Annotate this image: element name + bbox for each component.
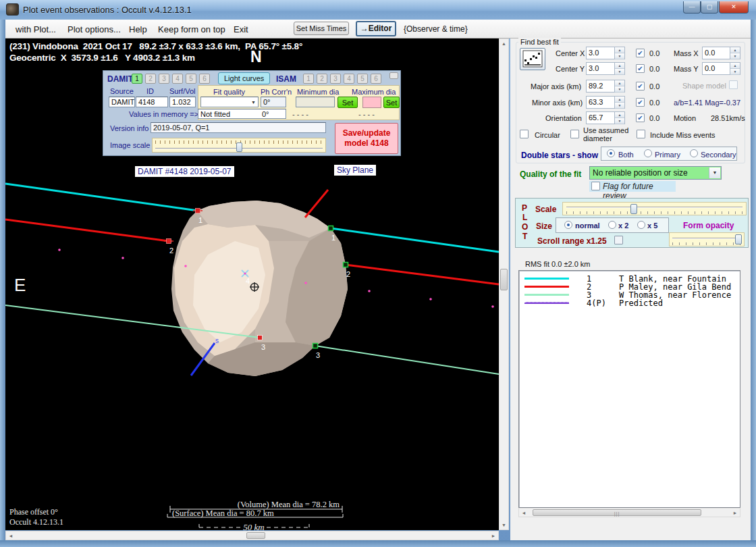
damit-tab-1[interactable]: 1 — [132, 74, 142, 84]
include-miss-checkbox[interactable] — [637, 130, 645, 138]
circular-checkbox[interactable] — [520, 130, 529, 138]
version-info-field[interactable]: 2019-05-07, Q=1 — [151, 122, 326, 133]
plot-vscroll-thumb[interactable] — [500, 269, 508, 290]
size-normal-radio[interactable] — [564, 221, 572, 229]
isam-tab-2[interactable]: 2 — [317, 74, 327, 84]
damit-tab-3[interactable]: 3 — [159, 74, 169, 84]
scale-slider-thumb[interactable] — [630, 204, 637, 214]
center-y-spinner[interactable]: ▲▼ — [614, 63, 624, 74]
plot-hscroll-thumb[interactable] — [246, 532, 265, 539]
title-bar[interactable]: Plot event observations : Occult v.4.12.… — [0, 0, 756, 20]
damit-tab-2[interactable]: 2 — [145, 74, 156, 84]
source-field[interactable]: DAMIT — [109, 97, 135, 107]
center-x-checkbox[interactable]: ✔ — [636, 49, 645, 57]
minor-axis-checkbox[interactable]: ✔ — [636, 98, 645, 107]
center-y-checkbox[interactable]: ✔ — [636, 64, 645, 73]
min-dia-set-button[interactable]: Set — [338, 97, 358, 108]
isam-tab-3[interactable]: 3 — [330, 74, 341, 84]
plot-horizontal-scrollbar[interactable]: ◄ ► — [5, 531, 499, 540]
chord3-entry-marker[interactable] — [258, 336, 263, 340]
menu-keep-on-top[interactable]: Keep form on top — [158, 24, 225, 34]
image-scale-thumb[interactable] — [236, 142, 242, 152]
minimize-button[interactable]: — — [683, 1, 701, 14]
max-dia-field[interactable] — [362, 97, 381, 108]
close-button[interactable]: ✕ — [719, 1, 749, 14]
plot-vertical-scrollbar[interactable]: ▲ ▼ — [499, 38, 509, 530]
major-axis-spinner[interactable]: ▲▼ — [614, 80, 624, 92]
observer-legend-list[interactable]: 1 T Blank, near Fountain 2 P Maley, near… — [518, 270, 740, 508]
set-miss-times-button[interactable]: Set Miss Times — [294, 22, 349, 35]
save-line2: model 4148 — [344, 138, 388, 148]
damit-tab-5[interactable]: 5 — [186, 74, 196, 84]
find-best-fit-button[interactable] — [520, 48, 545, 70]
surfvol-field[interactable]: 1.032 — [169, 97, 196, 107]
orientation-checkbox[interactable]: ✔ — [636, 113, 645, 122]
menu-with-plot[interactable]: with Plot... — [16, 24, 56, 34]
isam-tab-4[interactable]: 4 — [344, 74, 354, 84]
menu-help[interactable]: Help — [129, 24, 147, 34]
use-assumed-checkbox[interactable] — [570, 130, 579, 138]
scroll-right-icon[interactable]: ► — [490, 533, 497, 538]
scroll-left-icon[interactable]: ◄ — [7, 533, 14, 538]
form-opacity-slider[interactable] — [669, 232, 745, 246]
chord2-exit-marker[interactable] — [344, 263, 348, 267]
damit-tab-4[interactable]: 4 — [172, 74, 183, 84]
menu-exit[interactable]: Exit — [234, 24, 248, 34]
chord3-exit-marker[interactable] — [313, 344, 318, 348]
scroll-range-checkbox[interactable] — [614, 236, 623, 244]
size-x5-radio[interactable] — [637, 221, 645, 229]
chord1-exit-marker[interactable] — [329, 226, 333, 231]
max-dia-set-button[interactable]: Set — [383, 97, 400, 108]
isam-tab-1[interactable]: 1 — [303, 74, 314, 84]
isam-tab-5[interactable]: 5 — [357, 74, 368, 84]
quality-dropdown[interactable]: No reliable position or size ▼ — [589, 166, 722, 180]
dropdown-arrow-icon[interactable]: ▼ — [251, 100, 256, 105]
minor-axis-spinner[interactable]: ▲▼ — [614, 97, 624, 108]
image-scale-slider[interactable] — [152, 138, 326, 153]
chord2-entry-marker[interactable] — [164, 239, 173, 244]
center-x-field[interactable]: 3.0 ▲▼ — [586, 47, 625, 59]
orientation-field[interactable]: 65.7 ▲▼ — [586, 111, 625, 124]
major-axis-field[interactable]: 89.2 ▲▼ — [586, 80, 625, 93]
scroll-up-icon[interactable]: ▲ — [500, 41, 508, 46]
quality-dropdown-arrow-icon[interactable]: ▼ — [709, 167, 720, 178]
isam-tab-6[interactable]: 6 — [371, 74, 381, 84]
menu-plot-options[interactable]: Plot options... — [68, 24, 121, 34]
mass-x-spinner[interactable]: ▲▼ — [730, 47, 740, 59]
legend-scroll-right-icon[interactable]: ► — [732, 511, 738, 515]
min-dia-field[interactable] — [296, 97, 335, 107]
mass-y-spinner[interactable]: ▲▼ — [730, 63, 740, 74]
shape-model-checkbox[interactable] — [729, 80, 738, 89]
id-field[interactable]: 4148 — [136, 97, 168, 107]
double-stars-both-radio[interactable] — [607, 149, 615, 157]
asteroid-shape-model[interactable] — [171, 201, 348, 376]
light-curves-button[interactable]: Light curves — [218, 72, 270, 84]
legend-horizontal-scrollbar[interactable]: ◄ ► ||| — [518, 508, 740, 517]
double-stars-primary-radio[interactable] — [644, 149, 652, 157]
scroll-down-icon[interactable]: ▼ — [500, 523, 508, 527]
center-y-field[interactable]: 3.0 ▲▼ — [586, 62, 625, 75]
maximize-button[interactable]: ▢ — [701, 1, 718, 14]
editor-button[interactable]: →Editor — [356, 21, 396, 36]
form-opacity-thumb[interactable] — [735, 234, 742, 244]
center-x-spinner[interactable]: ▲▼ — [614, 47, 624, 59]
legend-scroll-left-icon[interactable]: ◄ — [520, 511, 527, 515]
center-x-sigma: 0.0 — [649, 49, 659, 57]
spin-axis-label: s — [215, 337, 219, 344]
mass-x-field[interactable]: 0.0 ▲▼ — [702, 47, 740, 59]
legend-hscroll-thumb[interactable]: ||| — [533, 509, 701, 516]
plot-canvas[interactable]: s — [5, 38, 499, 530]
orientation-spinner[interactable]: ▲▼ — [614, 112, 624, 124]
fit-quality-dropdown[interactable]: ▼ — [200, 97, 259, 107]
scale-slider[interactable] — [562, 202, 747, 215]
flag-review-checkbox[interactable] — [591, 182, 600, 190]
save-update-model-button[interactable]: Save/updatemodel 4148 — [335, 123, 398, 154]
major-axis-checkbox[interactable]: ✔ — [636, 82, 645, 90]
damit-tab-6[interactable]: 6 — [199, 74, 210, 84]
size-x2-radio[interactable] — [608, 221, 616, 229]
ph-corr-field[interactable]: 0° — [261, 97, 286, 107]
panel-corner-button[interactable] — [389, 72, 398, 79]
double-stars-secondary-radio[interactable] — [690, 149, 698, 157]
minor-axis-field[interactable]: 63.3 ▲▼ — [586, 96, 625, 109]
mass-y-field[interactable]: 0.0 ▲▼ — [702, 62, 740, 75]
